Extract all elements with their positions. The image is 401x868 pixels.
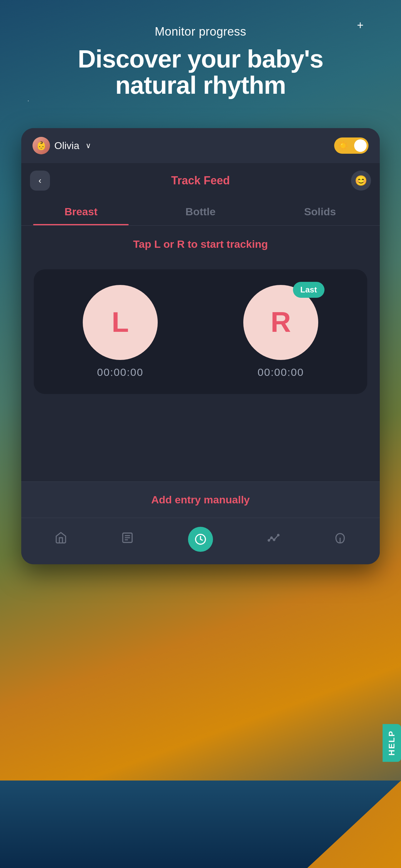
tap-instruction: Tap L or R to start tracking (21, 226, 380, 263)
left-timer: 00:00:00 (97, 366, 143, 378)
nav-growth[interactable] (334, 531, 346, 547)
toggle-knob (354, 140, 367, 152)
tabs-bar: Breast Bottle Solids (21, 198, 380, 226)
right-breast-button[interactable]: R Last (243, 285, 318, 360)
home-icon (55, 531, 67, 547)
help-button[interactable]: HELP (382, 724, 401, 762)
nav-journal[interactable] (121, 531, 134, 547)
left-breast-side: L 00:00:00 (83, 285, 158, 378)
progress-icon (267, 531, 280, 547)
baby-profile-button[interactable]: 😊 (351, 170, 371, 191)
phone-mockup: 👶 Olivia ∨ ☀️ ‹ Track Feed 😊 Breast Bott… (21, 128, 380, 564)
right-letter: R (271, 306, 291, 338)
headline: Discover your baby's natural rhythm (19, 46, 382, 98)
tab-solids[interactable]: Solids (260, 198, 380, 225)
user-info[interactable]: 👶 Olivia ∨ (32, 137, 91, 154)
headline-line2: natural rhythm (115, 71, 286, 99)
lower-content (21, 394, 380, 482)
nav-timer[interactable] (188, 527, 213, 552)
left-letter: L (112, 306, 129, 338)
svg-point-6 (273, 539, 275, 540)
header-area: Monitor progress Discover your baby's na… (0, 25, 401, 98)
headline-line1: Discover your baby's (78, 45, 323, 73)
baby-face-icon: 😊 (355, 175, 367, 187)
track-feed-header: ‹ Track Feed 😊 (21, 163, 380, 198)
subtitle: Monitor progress (19, 25, 382, 38)
last-badge: Last (293, 282, 325, 298)
avatar: 👶 (32, 137, 50, 154)
timer-circle-icon (188, 527, 213, 552)
lower-bg (0, 780, 401, 868)
add-entry-bar[interactable]: Add entry manually (21, 482, 380, 518)
right-timer: 00:00:00 (258, 366, 304, 378)
back-arrow-icon: ‹ (38, 176, 41, 186)
svg-point-7 (270, 537, 272, 539)
nav-home[interactable] (55, 531, 67, 547)
left-breast-button[interactable]: L (83, 285, 158, 360)
tracking-area: L 00:00:00 R Last 00:00:00 (34, 269, 367, 394)
day-night-toggle[interactable]: ☀️ (334, 137, 369, 154)
lower-bg-orange (307, 780, 401, 868)
bottom-nav (21, 518, 380, 564)
back-button[interactable]: ‹ (30, 170, 50, 191)
tab-breast[interactable]: Breast (21, 198, 141, 225)
tab-bottle[interactable]: Bottle (141, 198, 261, 225)
user-name: Olivia (54, 140, 79, 152)
svg-point-5 (277, 534, 279, 536)
chevron-down-icon: ∨ (86, 141, 91, 150)
right-breast-side: R Last 00:00:00 (243, 285, 318, 378)
app-header: 👶 Olivia ∨ ☀️ (21, 128, 380, 163)
add-entry-label: Add entry manually (151, 494, 250, 505)
dot-decoration-1: · (28, 97, 29, 104)
screen-title: Track Feed (50, 174, 351, 187)
growth-leaf-icon (334, 531, 346, 547)
journal-icon (121, 531, 134, 547)
svg-point-8 (268, 539, 269, 541)
sun-icon: ☀️ (338, 141, 348, 151)
nav-progress[interactable] (267, 531, 280, 547)
